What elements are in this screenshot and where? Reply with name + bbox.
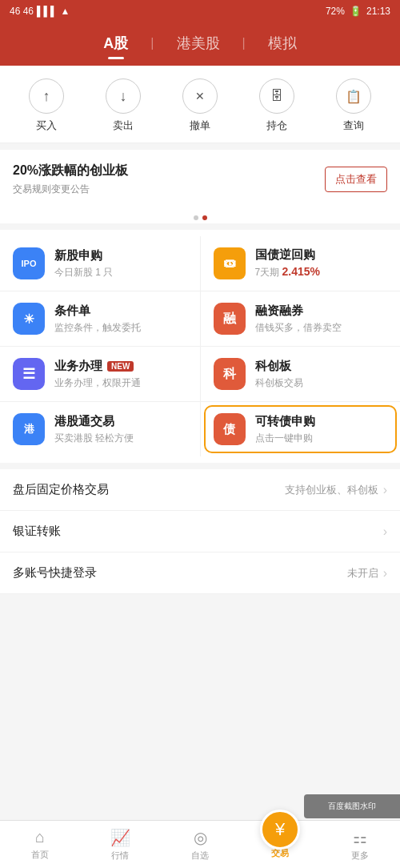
kechuang-name: 科创板	[255, 359, 388, 374]
margin-desc: 借钱买多，借券卖空	[255, 321, 388, 335]
exchange-circle-icon: ¥	[260, 810, 300, 850]
nav-market[interactable]: 📈 行情	[80, 821, 160, 868]
main-tabs: A股 | 港美股 | 模拟	[0, 22, 400, 66]
feature-condition[interactable]: ☀ 条件单 监控条件，触发委托	[0, 291, 201, 346]
condition-name: 条件单	[54, 303, 187, 319]
home-icon: ⌂	[35, 828, 45, 846]
nav-optional[interactable]: ◎ 自选	[160, 821, 240, 868]
banner-text: 20%涨跌幅的创业板 交易规则变更公告	[13, 163, 325, 196]
buy-icon: ↑	[29, 78, 64, 114]
main-tabs-wrapper: A股 | 港美股 | 模拟 ↻	[0, 22, 400, 66]
buy-label: 买入	[36, 119, 57, 133]
after-hours-desc: 支持创业板、科创板	[285, 483, 378, 497]
margin-info: 融资融券 借钱买多，借券卖空	[255, 303, 388, 335]
feature-kechuang[interactable]: 科 科创板 科创板交易	[201, 347, 401, 401]
banner-title: 20%涨跌幅的创业板	[13, 163, 325, 179]
chevron-multi: ›	[383, 566, 387, 581]
nav-home[interactable]: ⌂ 首页	[0, 821, 80, 868]
new-stock-name: 新股申购	[54, 248, 187, 263]
action-buy[interactable]: ↑ 买入	[22, 78, 70, 133]
status-left: 46 46 ▌▌▌ ▲	[10, 6, 70, 17]
condition-info: 条件单 监控条件，触发委托	[54, 303, 187, 335]
gov-bond-desc: 7天期 2.415%	[255, 265, 388, 279]
banner-section: 20%涨跌幅的创业板 交易规则变更公告 点击查看	[0, 150, 400, 209]
convertible-info: 可转债申购 点击一键申购	[255, 414, 388, 445]
cancel-icon: ✕	[182, 78, 218, 114]
nav-more[interactable]: ⚏ 更多	[320, 821, 400, 868]
list-item-multi-account[interactable]: 多账号快捷登录 未开启 ›	[0, 553, 400, 594]
after-hours-label: 盘后固定价格交易	[13, 482, 109, 497]
dot-2	[202, 215, 207, 220]
action-position[interactable]: 🗄 持仓	[253, 78, 301, 133]
list-section: 盘后固定价格交易 支持创业板、科创板 › 银证转账 › 多账号快捷登录 未开启 …	[0, 469, 400, 594]
optional-icon: ◎	[194, 828, 207, 847]
feature-row-4: 港 港股通交易 买卖港股 轻松方便 债 可转债申购 点击一键申购	[0, 402, 400, 456]
action-cancel[interactable]: ✕ 撤单	[176, 78, 224, 133]
chevron-after-hours: ›	[383, 483, 387, 497]
query-icon: 📋	[336, 78, 371, 114]
business-icon: ☰	[13, 358, 45, 390]
optional-label: 自选	[191, 850, 209, 862]
feature-margin[interactable]: 融 融资融券 借钱买多，借券卖空	[201, 291, 401, 346]
tab-a-stock[interactable]: A股	[81, 30, 150, 56]
multi-account-right: 未开启 ›	[347, 566, 387, 581]
multi-account-label: 多账号快捷登录	[13, 565, 97, 581]
kechuang-icon: 科	[214, 358, 246, 390]
hk-icon: 港	[13, 413, 45, 445]
new-badge: NEW	[107, 361, 134, 372]
banner-button[interactable]: 点击查看	[325, 167, 387, 192]
gov-bond-name: 国债逆回购	[255, 247, 388, 263]
refresh-button[interactable]: ↻	[374, 62, 387, 82]
hk-connect-desc: 买卖港股 轻松方便	[54, 432, 187, 445]
market-icon: 📈	[110, 828, 130, 847]
sell-icon: ↓	[106, 78, 141, 114]
feature-row-3: ☰ 业务办理 NEW 业务办理，权限开通 科 科创板 科创板交易	[0, 347, 400, 402]
nav-exchange[interactable]: ¥ 交易	[240, 821, 320, 868]
business-info: 业务办理 NEW 业务办理，权限开通	[54, 359, 187, 390]
tab-hk-us[interactable]: 港美股	[154, 30, 242, 56]
list-item-bank-transfer[interactable]: 银证转账 ›	[0, 511, 400, 553]
watermark: 百度截图水印	[304, 794, 400, 818]
convertible-desc: 点击一键申购	[255, 432, 388, 445]
wifi-icon: ▲	[61, 6, 70, 17]
more-label: 更多	[351, 850, 369, 862]
home-label: 首页	[31, 849, 49, 861]
market-label: 行情	[111, 850, 129, 862]
feature-business[interactable]: ☰ 业务办理 NEW 业务办理，权限开通	[0, 347, 201, 401]
convertible-name: 可转债申购	[255, 414, 388, 429]
tab-simulate[interactable]: 模拟	[246, 30, 319, 56]
feature-gov-bond[interactable]: 🎟 国债逆回购 7天期 2.415%	[201, 236, 401, 291]
action-sell[interactable]: ↓ 卖出	[99, 78, 147, 133]
feature-row-1: IPO 新股申购 今日新股 1 只 🎟 国债逆回购 7天期 2.415%	[0, 236, 400, 291]
time-display: 21:13	[366, 6, 390, 17]
query-label: 查询	[343, 119, 364, 133]
after-hours-right: 支持创业板、科创板 ›	[285, 483, 387, 497]
position-label: 持仓	[266, 119, 287, 133]
action-query[interactable]: 📋 查询	[330, 78, 378, 133]
convertible-icon: 债	[214, 413, 246, 445]
feature-new-stock[interactable]: IPO 新股申购 今日新股 1 只	[0, 236, 201, 291]
bottom-nav: ⌂ 首页 📈 行情 ◎ 自选 ¥ 交易 ⚏ 更多	[0, 820, 400, 868]
list-item-after-hours[interactable]: 盘后固定价格交易 支持创业板、科创板 ›	[0, 469, 400, 511]
feature-section: IPO 新股申购 今日新股 1 只 🎟 国债逆回购 7天期 2.415% ☀ 条…	[0, 230, 400, 463]
feature-convertible[interactable]: 债 可转债申购 点击一键申购	[201, 402, 401, 456]
business-name: 业务办理 NEW	[54, 359, 187, 374]
bank-transfer-right: ›	[378, 524, 387, 539]
bond-icon: 🎟	[214, 247, 246, 279]
new-stock-info: 新股申购 今日新股 1 只	[54, 248, 187, 279]
position-icon: 🗄	[259, 78, 294, 114]
margin-name: 融资融券	[255, 303, 388, 319]
condition-desc: 监控条件，触发委托	[54, 321, 187, 335]
battery-level: 72%	[326, 6, 345, 17]
gov-bond-rate: 2.415%	[282, 265, 320, 278]
kechuang-desc: 科创板交易	[255, 376, 388, 390]
new-stock-desc: 今日新股 1 只	[54, 266, 187, 279]
feature-hk-connect[interactable]: 港 港股通交易 买卖港股 轻松方便	[0, 402, 201, 456]
battery-icon: 🔋	[350, 6, 362, 17]
hk-connect-info: 港股通交易 买卖港股 轻松方便	[54, 414, 187, 445]
actions-bar: ↑ 买入 ↓ 卖出 ✕ 撤单 🗄 持仓 📋 查询	[0, 66, 400, 143]
status-bar: 46 46 ▌▌▌ ▲ 72% 🔋 21:13	[0, 0, 400, 22]
bank-transfer-label: 银证转账	[13, 524, 61, 539]
banner-dots	[0, 209, 400, 223]
condition-icon: ☀	[13, 303, 45, 335]
